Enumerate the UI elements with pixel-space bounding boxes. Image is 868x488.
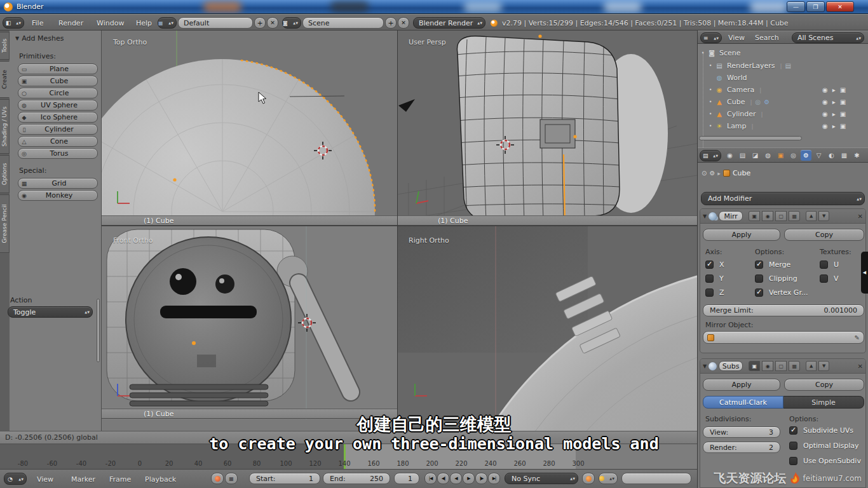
keying-set-button[interactable]: ▲▼ (599, 473, 618, 484)
outliner-item-label[interactable]: Camera (727, 86, 754, 94)
add-modifier-dropdown[interactable]: Add Modifier ▲▼ (701, 192, 865, 205)
viewport-split-horizontal[interactable] (102, 226, 697, 226)
current-frame-field[interactable]: 1 (394, 473, 419, 484)
restrict-icons-cube[interactable]: ◉ ▸ ▣ (822, 98, 846, 105)
sync-mode-dropdown[interactable]: No Sync ▲▼ (505, 473, 578, 484)
tab-constraints[interactable]: ◎ (788, 150, 799, 161)
timeline-menu-frame[interactable]: Frame (109, 475, 131, 484)
restrict-icons-lamp[interactable]: ◉ ▸ ▣ (822, 123, 846, 130)
shelf-tab-options[interactable]: Options (0, 155, 10, 193)
catmull-clark-button[interactable]: Catmull-Clark (703, 396, 783, 409)
editmode-visibility-toggle[interactable]: ▢ (775, 211, 787, 221)
play-button[interactable]: ▶ (463, 473, 475, 484)
modifier-name-field[interactable]: Mirr (719, 211, 743, 221)
merge-limit-slider[interactable]: Merge Limit: 0.001000 (703, 304, 864, 316)
add-meshes-panel-header[interactable]: ▼ Add Meshes (15, 34, 64, 43)
render-engine-dropdown[interactable]: Blender Render ▲▼ (413, 17, 485, 29)
timeline-menu-playback[interactable]: Playback (145, 475, 176, 484)
viewport-visibility-toggle[interactable]: ◉ (762, 361, 773, 371)
subsurf-apply-button[interactable]: Apply (703, 379, 780, 391)
shelf-tab-create[interactable]: Create (0, 61, 10, 98)
tab-render[interactable]: ◉ (724, 150, 735, 161)
visibility-eye-icon[interactable]: ◉ (822, 123, 828, 130)
disclosure-icon[interactable]: • (707, 123, 714, 129)
editor-type-button[interactable]: ◧ ▲▼ (3, 17, 24, 29)
panel-expand-icon[interactable]: ▼ (703, 363, 707, 369)
delete-modifier-button[interactable]: ✕ (858, 213, 863, 220)
add-grid-button[interactable]: ▦Grid (18, 178, 98, 189)
viewport-split-vertical[interactable] (397, 30, 398, 431)
breadcrumb-object-name[interactable]: Cube (733, 169, 750, 177)
jump-to-end-button[interactable]: ▶| (488, 473, 500, 484)
shelf-tab-shading-uvs[interactable]: Shading / UVs (0, 99, 10, 154)
outliner-row-world[interactable]: ◍ World (707, 72, 747, 84)
menu-window[interactable]: Window (97, 19, 124, 27)
editmode-visibility-toggle[interactable]: ▢ (775, 361, 787, 371)
outliner-row-lamp[interactable]: • ☀ Lamp | (707, 120, 754, 132)
shelf-scrollbar[interactable] (97, 299, 100, 362)
modifier-name-field[interactable]: Subs (719, 361, 743, 371)
outliner-menu-search[interactable]: Search (755, 34, 779, 42)
checkbox[interactable] (705, 288, 714, 297)
add-torus-button[interactable]: ◎Torus (18, 148, 98, 159)
delete-modifier-button[interactable]: ✕ (858, 363, 863, 370)
autokey-record-button[interactable] (211, 473, 224, 484)
render-visibility-toggle[interactable]: ▣ (749, 361, 760, 371)
render-restrict-icon[interactable]: ▣ (840, 123, 846, 130)
tab-scene[interactable]: ◪ (750, 150, 761, 161)
shelf-tab-tools[interactable]: Tools (0, 32, 10, 60)
tab-world[interactable]: ◍ (763, 150, 773, 161)
simple-button[interactable]: Simple (783, 396, 864, 409)
outliner-item-label[interactable]: Scene (719, 49, 741, 57)
add-uv-sphere-button[interactable]: ◍UV Sphere (18, 100, 98, 111)
outliner-row-renderlayers[interactable]: • ▤ RenderLayers | ▤ (707, 60, 791, 72)
remove-scene-button[interactable]: ✕ (398, 17, 409, 29)
axis-y-checkbox[interactable]: Y (705, 274, 724, 283)
outliner-item-label[interactable]: World (727, 74, 747, 82)
outliner-row-camera[interactable]: • ◉ Camera | (707, 84, 761, 96)
add-monkey-button[interactable]: ◉Monkey (18, 190, 98, 201)
outliner-horizontal-scrollbar[interactable] (699, 136, 802, 140)
visibility-eye-icon[interactable]: ◉ (822, 111, 828, 118)
clipping-checkbox[interactable]: Clipping (755, 274, 797, 283)
menu-help[interactable]: Help (136, 19, 152, 27)
region-collapse-arrow[interactable]: ◀ (861, 252, 868, 294)
add-plane-button[interactable]: ▭Plane (18, 64, 98, 74)
cage-toggle[interactable]: ▦ (789, 211, 800, 221)
restrict-icons-camera[interactable]: ◉ ▸ ▣ (822, 86, 846, 93)
keying-lock-button[interactable]: ▦ (225, 473, 238, 484)
mirror-copy-button[interactable]: Copy (784, 229, 864, 241)
move-modifier-up-button[interactable]: ▲ (806, 361, 817, 371)
tab-texture[interactable]: ▦ (839, 150, 850, 161)
tab-material[interactable]: ◐ (826, 150, 837, 161)
timeline-editor-type-button[interactable]: ◔ ▲▼ (4, 473, 27, 485)
render-restrict-icon[interactable]: ▣ (840, 111, 846, 118)
close-button[interactable]: ✕ (826, 1, 854, 12)
outliner-row-scene[interactable]: • ◙ Scene (699, 47, 741, 59)
checkbox[interactable] (820, 274, 828, 283)
axis-x-checkbox[interactable]: X (705, 261, 724, 269)
add-scene-button[interactable]: + (385, 17, 397, 29)
checkbox[interactable] (705, 274, 714, 283)
selectability-cursor-icon[interactable]: ▸ (832, 123, 836, 130)
visibility-eye-icon[interactable]: ◉ (822, 86, 828, 93)
mirror-apply-button[interactable]: Apply (703, 229, 780, 241)
prev-keyframe-button[interactable]: ◀| (437, 473, 449, 484)
add-layout-button[interactable]: + (254, 17, 266, 29)
eyedropper-icon[interactable]: ✎ (855, 334, 860, 341)
disclosure-icon[interactable]: • (707, 63, 714, 69)
remove-layout-button[interactable]: ✕ (267, 17, 278, 29)
use-opensubdiv-checkbox[interactable]: Use OpenSubdiv (789, 457, 861, 465)
subsurf-copy-button[interactable]: Copy (784, 379, 864, 391)
checkbox[interactable] (789, 457, 797, 465)
cage-toggle[interactable]: ▦ (789, 361, 800, 371)
tab-modifiers[interactable]: ⚙ (801, 150, 811, 161)
add-circle-button[interactable]: ○Circle (18, 88, 98, 98)
timeline-menu-marker[interactable]: Marker (71, 475, 95, 484)
viewport-visibility-toggle[interactable]: ◉ (762, 211, 773, 221)
timeline-menu-view[interactable]: View (37, 475, 53, 484)
next-keyframe-button[interactable]: |▶ (475, 473, 487, 484)
panel-expand-icon[interactable]: ▼ (703, 214, 707, 219)
outliner-item-label[interactable]: Cube (727, 98, 745, 106)
scene-name-field[interactable]: Scene (302, 17, 384, 29)
